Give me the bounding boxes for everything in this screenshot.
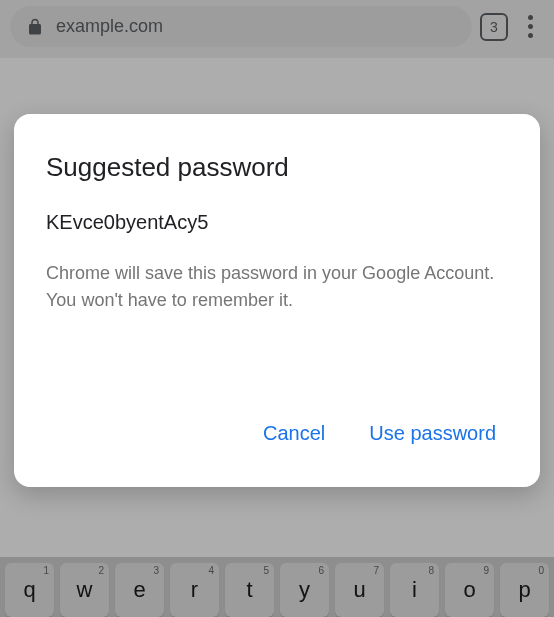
suggested-password-value: KEvce0byentAcy5 (46, 211, 508, 234)
dialog-description: Chrome will save this password in your G… (46, 260, 508, 314)
dialog-actions: Cancel Use password (46, 414, 508, 463)
dialog-title: Suggested password (46, 152, 508, 183)
cancel-button[interactable]: Cancel (259, 414, 329, 453)
use-password-button[interactable]: Use password (365, 414, 500, 453)
suggested-password-dialog: Suggested password KEvce0byentAcy5 Chrom… (14, 114, 540, 487)
